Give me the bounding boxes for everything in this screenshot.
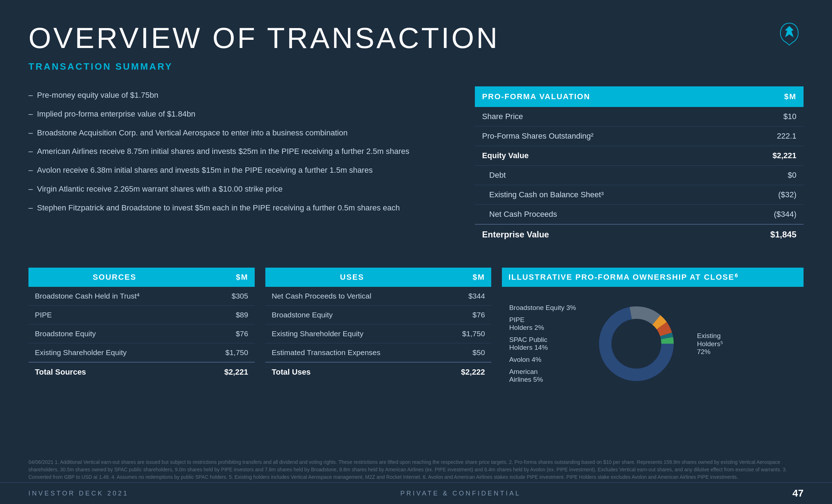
uses-header-label: USES [265,268,439,287]
pf-label-equity-value: Equity Value [475,146,728,166]
bullet-3: Broadstone Acquisition Corp. and Vertica… [28,128,454,139]
sources-label-1: Broadstone Cash Held in Trust⁴ [28,287,201,306]
sources-header-label: SOURCES [28,268,201,287]
bullet-1: Pre-money equity value of $1.75bn [28,90,454,101]
pro-forma-column: PRO-FORMA VALUATION $m Share Price $10 P… [475,86,804,255]
sources-row-1: Broadstone Cash Held in Trust⁴ $305 [28,287,255,306]
uses-row-4: Estimated Transaction Expenses $50 [265,343,492,363]
footnote: 04/06/2021 1. Additional Vertical earn-o… [28,459,804,481]
sources-section: SOURCES $m Broadstone Cash Held in Trust… [28,268,255,401]
uses-row-3: Existing Shareholder Equity $1,750 [265,325,492,343]
bullets-column: Pre-money equity value of $1.75bn Implie… [28,86,461,255]
sources-total-value: $2,221 [201,362,255,382]
broadstone-label: Broadstone Equity 3% [509,304,576,312]
uses-label-1: Net Cash Proceeds to Vertical [265,287,439,306]
uses-header-row: USES $m [265,268,492,287]
donut-chart [583,294,690,393]
sources-label-2: PIPE [28,306,201,325]
bottom-section: SOURCES $m Broadstone Cash Held in Trust… [28,268,804,401]
pf-label-net-cash: Net Cash Proceeds [475,205,728,225]
footer-center: PRIVATE & CONFIDENTIAL [401,490,521,497]
uses-label-2: Broadstone Equity [265,306,439,325]
bullet-2: Implied pro-forma enterprise value of $1… [28,109,454,120]
bullet-7: Stephen Fitzpatrick and Broadstone to in… [28,203,454,214]
sources-row-3: Broadstone Equity $76 [28,325,255,343]
bullet-5: Avolon receive 6.38m initial shares and … [28,165,454,176]
pf-row-share-price: Share Price $10 [475,107,804,127]
uses-table: USES $m Net Cash Proceeds to Vertical $3… [265,268,492,382]
uses-value-3: $1,750 [439,325,492,343]
pro-forma-header-row: PRO-FORMA VALUATION $m [475,86,804,107]
pro-forma-header-label: PRO-FORMA VALUATION [475,86,728,107]
uses-total-value: $2,222 [439,362,492,382]
sources-value-3: $76 [201,325,255,343]
donut-svg [583,294,690,393]
pf-value-debt: $0 [728,166,804,185]
uses-value-4: $50 [439,343,492,363]
uses-row-2: Broadstone Equity $76 [265,306,492,325]
sources-label-4: Existing Shareholder Equity [28,343,201,363]
pf-label-share-price: Share Price [475,107,728,127]
sources-table: SOURCES $m Broadstone Cash Held in Trust… [28,268,255,382]
spac-label: SPAC PublicHolders 14% [509,336,576,352]
sources-value-1: $305 [201,287,255,306]
pf-value-shares-outstanding: 222.1 [728,127,804,146]
page-title: OVERVIEW OF TRANSACTION [28,21,804,55]
existing-holders-label: ExistingHolders⁵72% [697,332,723,356]
uses-value-2: $76 [439,306,492,325]
ownership-section: ILLUSTRATIVE PRO-FORMA OWNERSHIP AT CLOS… [502,268,804,401]
pf-value-share-price: $10 [728,107,804,127]
pf-value-cash: ($32) [728,185,804,205]
main-content: Pre-money equity value of $1.75bn Implie… [28,86,804,255]
pro-forma-header-unit: $m [728,86,804,107]
sources-row-2: PIPE $89 [28,306,255,325]
sources-header-unit: $m [201,268,255,287]
pf-label-debt: Debt [475,166,728,185]
pf-label-shares-outstanding: Pro-Forma Shares Outstanding² [475,127,728,146]
page-container: OVERVIEW OF TRANSACTION TRANSACTION SUMM… [0,0,832,504]
footer-left: INVESTOR DECK 2021 [28,490,129,497]
footer-page-number: 47 [793,488,804,499]
footer: INVESTOR DECK 2021 PRIVATE & CONFIDENTIA… [0,482,832,504]
pf-row-cash: Existing Cash on Balance Sheet³ ($32) [475,185,804,205]
company-logo [775,20,804,48]
pf-row-net-cash: Net Cash Proceeds ($344) [475,205,804,225]
uses-label-4: Estimated Transaction Expenses [265,343,439,363]
uses-label-3: Existing Shareholder Equity [265,325,439,343]
uses-value-1: $344 [439,287,492,306]
pf-row-shares-outstanding: Pro-Forma Shares Outstanding² 222.1 [475,127,804,146]
pf-row-enterprise: Enterprise Value $1,845 [475,224,804,245]
pro-forma-table: PRO-FORMA VALUATION $m Share Price $10 P… [475,86,804,245]
pf-value-net-cash: ($344) [728,205,804,225]
avolon-label: Avolon 4% [509,356,576,364]
pf-row-debt: Debt $0 [475,166,804,185]
uses-total-label: Total Uses [265,362,439,382]
bullet-4: American Airlines receive 8.75m initial … [28,146,454,157]
sources-total-label: Total Sources [28,362,201,382]
pipe-label: PIPEHolders 2% [509,316,576,332]
ownership-header: ILLUSTRATIVE PRO-FORMA OWNERSHIP AT CLOS… [502,268,804,287]
uses-section: USES $m Net Cash Proceeds to Vertical $3… [265,268,492,401]
bullet-6: Virgin Atlantic receive 2.265m warrant s… [28,184,454,195]
pf-value-equity-value: $2,221 [728,146,804,166]
pf-label-enterprise: Enterprise Value [475,224,728,245]
sources-total-row: Total Sources $2,221 [28,362,255,382]
section-subtitle: TRANSACTION SUMMARY [28,61,804,72]
sources-label-3: Broadstone Equity [28,325,201,343]
uses-total-row: Total Uses $2,222 [265,362,492,382]
sources-header-row: SOURCES $m [28,268,255,287]
sources-value-2: $89 [201,306,255,325]
sources-value-4: $1,750 [201,343,255,363]
pf-label-cash: Existing Cash on Balance Sheet³ [475,185,728,205]
sources-row-4: Existing Shareholder Equity $1,750 [28,343,255,363]
bullet-list: Pre-money equity value of $1.75bn Implie… [28,90,454,214]
american-label: AmericanAirlines 5% [509,368,576,384]
uses-row-1: Net Cash Proceeds to Vertical $344 [265,287,492,306]
pf-row-equity-value: Equity Value $2,221 [475,146,804,166]
uses-header-unit: $m [439,268,492,287]
pf-value-enterprise: $1,845 [728,224,804,245]
